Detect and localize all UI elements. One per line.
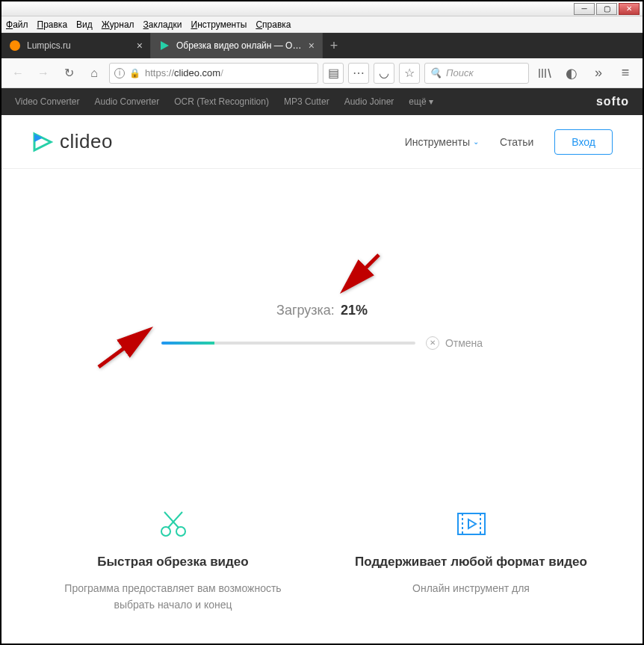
- annotation-arrow: [334, 247, 386, 303]
- close-tab-icon[interactable]: ×: [137, 40, 143, 52]
- nav-articles[interactable]: Статьи: [500, 136, 533, 148]
- softo-brand: softo: [596, 95, 629, 108]
- search-placeholder: Поиск: [446, 67, 474, 78]
- site-header: clideo Инструменты ⌄ Статьи Вход: [1, 115, 643, 169]
- nav-tools[interactable]: Инструменты ⌄: [405, 136, 479, 148]
- favicon-icon: [158, 40, 170, 52]
- sidebar-button[interactable]: ◐: [560, 62, 583, 84]
- softo-link[interactable]: Audio Converter: [95, 96, 160, 107]
- menu-edit[interactable]: Правка: [37, 19, 68, 30]
- svg-point-9: [176, 527, 185, 536]
- lock-icon: 🔒: [129, 68, 140, 78]
- features-row: Быстрая обрезка видео Программа предоста…: [1, 483, 643, 614]
- logo[interactable]: clideo: [31, 130, 113, 153]
- upload-percent: 21%: [341, 303, 368, 318]
- chevron-down-icon: ⌄: [473, 138, 479, 146]
- softo-link[interactable]: Video Converter: [15, 96, 80, 107]
- upload-label-text: Загрузка:: [276, 303, 335, 318]
- menu-file[interactable]: Файл: [6, 19, 28, 30]
- tab-label: Обрезка видео онлайн — Обр: [176, 40, 303, 51]
- tab-lumpics[interactable]: Lumpics.ru ×: [1, 33, 151, 58]
- close-tab-icon[interactable]: ×: [309, 40, 315, 52]
- progress-bar: [161, 342, 415, 345]
- login-button[interactable]: Вход: [554, 129, 613, 155]
- menu-bookmarks[interactable]: Закладки: [143, 19, 182, 30]
- softo-link[interactable]: Audio Joiner: [344, 96, 394, 107]
- softo-toolbar: Video Converter Audio Converter OCR (Tex…: [1, 88, 643, 115]
- svg-line-10: [168, 512, 182, 528]
- video-format-icon: [344, 505, 598, 543]
- svg-line-5: [345, 255, 379, 288]
- maximize-button[interactable]: ▢: [596, 3, 617, 15]
- svg-marker-15: [468, 519, 476, 528]
- softo-link[interactable]: OCR (Text Recognition): [174, 96, 269, 107]
- feature-desc: Онлайн инструмент для: [344, 580, 598, 596]
- tab-bar: Lumpics.ru × Обрезка видео онлайн — Обр …: [1, 33, 643, 58]
- menu-view[interactable]: Вид: [76, 19, 93, 30]
- search-icon: 🔍: [430, 67, 442, 78]
- reload-button[interactable]: ↻: [58, 63, 79, 84]
- softo-more[interactable]: ещё ▾: [409, 96, 433, 107]
- new-tab-button[interactable]: +: [323, 33, 345, 58]
- close-window-button[interactable]: ✕: [619, 3, 640, 15]
- upload-area: Загрузка: 21% ✕ Отмена: [1, 169, 643, 483]
- search-box[interactable]: 🔍 Поиск: [424, 63, 529, 84]
- softo-link[interactable]: MP3 Cutter: [284, 96, 329, 107]
- forward-button[interactable]: →: [33, 63, 54, 84]
- close-icon: ✕: [426, 336, 439, 350]
- menu-tools[interactable]: Инструменты: [191, 19, 247, 30]
- page-actions-button[interactable]: ⋯: [348, 63, 369, 84]
- info-icon[interactable]: i: [114, 68, 125, 78]
- back-button[interactable]: ←: [7, 63, 28, 84]
- svg-line-7: [99, 331, 147, 367]
- favicon-icon: [9, 40, 21, 52]
- tab-label: Lumpics.ru: [27, 40, 131, 51]
- scissors-icon: [46, 505, 300, 543]
- page-content: clideo Инструменты ⌄ Статьи Вход Загрузк…: [1, 115, 643, 644]
- feature-desc: Программа предоставляет вам возможность …: [46, 580, 300, 614]
- menu-help[interactable]: Справка: [256, 19, 291, 30]
- feature-title: Поддерживает любой формат видео: [344, 555, 598, 570]
- annotation-arrow: [91, 322, 158, 377]
- url-bar: ← → ↻ ⌂ i 🔒 https://clideo.com/ ▤ ⋯ ◡ ☆ …: [1, 58, 643, 88]
- menubar: Файл Правка Вид Журнал Закладки Инструме…: [1, 16, 643, 33]
- overflow-button[interactable]: »: [587, 62, 610, 84]
- feature-title: Быстрая обрезка видео: [46, 555, 300, 570]
- reader-button[interactable]: ▤: [323, 63, 344, 84]
- library-button[interactable]: [533, 62, 556, 84]
- feature-fast-cut: Быстрая обрезка видео Программа предоста…: [46, 505, 300, 614]
- home-button[interactable]: ⌂: [84, 63, 105, 84]
- url-text: https://clideo.com/: [145, 67, 223, 78]
- svg-line-11: [164, 512, 179, 528]
- protection-button[interactable]: ◡: [374, 63, 394, 84]
- svg-point-0: [10, 40, 20, 51]
- cancel-label: Отмена: [445, 337, 483, 349]
- hamburger-button[interactable]: ≡: [614, 62, 637, 84]
- logo-icon: [31, 131, 54, 153]
- tab-clideo[interactable]: Обрезка видео онлайн — Обр ×: [151, 33, 323, 58]
- upload-status: Загрузка: 21%: [276, 303, 368, 318]
- progress-fill: [161, 342, 214, 345]
- svg-point-8: [161, 527, 170, 536]
- logo-text: clideo: [60, 130, 113, 153]
- minimize-button[interactable]: ─: [574, 3, 595, 15]
- bookmark-button[interactable]: ☆: [399, 63, 420, 84]
- address-box[interactable]: i 🔒 https://clideo.com/: [109, 63, 318, 84]
- menu-history[interactable]: Журнал: [102, 19, 134, 30]
- feature-formats: Поддерживает любой формат видео Онлайн и…: [344, 505, 598, 614]
- svg-marker-1: [161, 41, 169, 50]
- cancel-button[interactable]: ✕ Отмена: [426, 336, 483, 350]
- window-titlebar: ─ ▢ ✕: [1, 1, 643, 16]
